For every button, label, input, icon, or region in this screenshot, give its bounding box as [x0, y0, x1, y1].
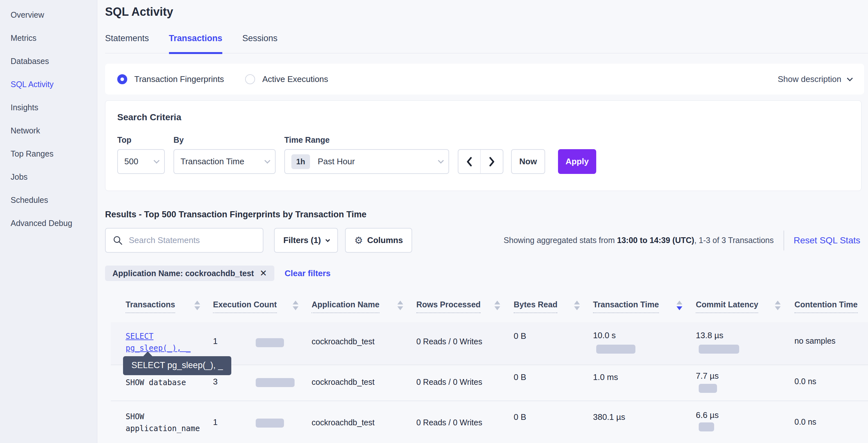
radio-option-active-executions[interactable]: Active Executions — [245, 74, 328, 84]
transaction-time-value: 10.0 s — [593, 330, 616, 341]
clear-filters-link[interactable]: Clear filters — [285, 268, 331, 278]
aggregated-stats-text: Showing aggregated stats from 13:00 to 1… — [504, 236, 774, 245]
next-time-button[interactable] — [480, 150, 503, 173]
by-field: By Transaction Time — [174, 135, 276, 174]
query-tooltip: SELECT pg_sleep(_), _ — [123, 356, 231, 375]
bytes-read-value: 0 B — [514, 372, 526, 382]
top-select-value: 500 — [124, 156, 138, 167]
show-description-toggle[interactable]: Show description — [778, 74, 852, 84]
page-title: SQL Activity — [105, 5, 868, 19]
search-criteria-title: Search Criteria — [117, 112, 849, 122]
sidebar-item-sql-activity[interactable]: SQL Activity — [0, 73, 97, 96]
sort-arrows-icon[interactable] — [397, 301, 403, 310]
active-filters-row: Application Name: cockroachdb_test ✕ Cle… — [105, 266, 868, 281]
previous-time-button[interactable] — [458, 150, 480, 173]
column-header-rows-processed[interactable]: Rows Processed — [416, 300, 480, 309]
application-name-value: cockroachdb_test — [312, 337, 375, 346]
by-select[interactable]: Transaction Time — [174, 149, 276, 174]
column-header-transaction-time[interactable]: Transaction Time — [593, 300, 659, 309]
table-row: SHOW application_name1cockroachdb_test0 … — [111, 401, 868, 443]
sort-up-icon — [775, 301, 781, 304]
sidebar-nav: OverviewMetricsDatabasesSQL ActivityInsi… — [0, 0, 97, 443]
column-header-application-name[interactable]: Application Name — [312, 300, 379, 309]
remove-filter-icon[interactable]: ✕ — [259, 268, 267, 278]
sidebar-item-schedules[interactable]: Schedules — [0, 188, 97, 211]
sort-arrows-icon[interactable] — [574, 301, 580, 310]
sidebar-item-databases[interactable]: Databases — [0, 50, 97, 73]
sort-down-icon — [494, 306, 500, 310]
contention-time-value: 0.0 ns — [795, 377, 816, 386]
column-header-execution-count[interactable]: Execution Count — [213, 300, 277, 309]
radio-selected-icon — [117, 74, 127, 84]
by-label: By — [174, 135, 276, 145]
apply-button[interactable]: Apply — [558, 149, 596, 174]
tab-sessions[interactable]: Sessions — [242, 33, 278, 53]
tab-statements[interactable]: Statements — [105, 33, 149, 53]
time-range-badge: 1h — [291, 154, 310, 169]
sidebar-item-top-ranges[interactable]: Top Ranges — [0, 142, 97, 165]
sidebar-item-overview[interactable]: Overview — [0, 3, 97, 26]
gear-icon: ⚙ — [354, 235, 363, 246]
sidebar-item-network[interactable]: Network — [0, 119, 97, 142]
show-description-label: Show description — [778, 74, 841, 84]
filters-button[interactable]: Filters (1) — [274, 228, 338, 253]
radio-option-transaction-fingerprints[interactable]: Transaction Fingerprints — [117, 74, 224, 84]
transaction-query-link[interactable]: SHOW application_name — [126, 411, 200, 435]
view-toggle-bar: Transaction FingerprintsActive Execution… — [105, 64, 864, 94]
reset-sql-stats-link[interactable]: Reset SQL Stats — [794, 235, 861, 246]
column-header-commit-latency[interactable]: Commit Latency — [696, 300, 758, 309]
sidebar-item-advanced-debug[interactable]: Advanced Debug — [0, 211, 97, 235]
commit-latency-bar — [699, 422, 714, 432]
tab-transactions[interactable]: Transactions — [169, 33, 223, 54]
chevron-down-icon — [154, 157, 159, 163]
columns-button[interactable]: ⚙ Columns — [345, 228, 412, 253]
column-header-label: Transactions — [126, 300, 175, 313]
main-content: SQL Activity StatementsTransactionsSessi… — [97, 5, 868, 443]
top-select[interactable]: 500 — [117, 149, 165, 174]
filter-chip-label: Application Name: cockroachdb_test — [113, 269, 254, 278]
transaction-time-value: 1.0 ms — [593, 372, 618, 382]
contention-time-value: 0.0 ns — [795, 417, 816, 426]
results-controls-row: Filters (1) ⚙ Columns Showing aggregated… — [105, 228, 860, 253]
sidebar-item-jobs[interactable]: Jobs — [0, 165, 97, 188]
table-body: SELECT pg_sleep(_), _1cockroachdb_test0 … — [111, 322, 868, 443]
execution-count-bar — [256, 378, 294, 387]
sidebar-item-metrics[interactable]: Metrics — [0, 26, 97, 50]
sort-up-icon — [574, 301, 580, 304]
chevron-right-icon — [488, 156, 495, 167]
sidebar-item-insights[interactable]: Insights — [0, 96, 97, 119]
transaction-query-link[interactable]: SELECT pg_sleep(_), _ — [126, 330, 190, 354]
execution-count-value: 3 — [213, 377, 217, 387]
execution-count-bar — [256, 419, 284, 427]
time-range-select[interactable]: 1h Past Hour — [284, 149, 449, 174]
application-name-value: cockroachdb_test — [312, 418, 375, 427]
chevron-down-icon — [265, 157, 270, 163]
vertical-divider — [783, 231, 784, 250]
bytes-read-value: 0 B — [514, 331, 526, 341]
execution-count-value: 1 — [213, 336, 217, 346]
sort-arrows-icon[interactable] — [293, 301, 299, 310]
sort-down-icon — [293, 306, 299, 310]
column-header-bytes-read[interactable]: Bytes Read — [514, 300, 557, 309]
search-statements-input[interactable] — [129, 235, 251, 245]
sort-arrows-icon[interactable] — [775, 301, 781, 310]
sort-down-icon — [397, 306, 403, 310]
commit-latency-value: 6.6 µs — [696, 410, 719, 420]
main-area: SQL Activity StatementsTransactionsSessi… — [97, 0, 868, 443]
filter-chip[interactable]: Application Name: cockroachdb_test ✕ — [105, 266, 274, 281]
column-header-contention-time[interactable]: Contention Time — [795, 300, 858, 309]
top-field: Top 500 — [117, 135, 165, 174]
radio-option-label: Transaction Fingerprints — [134, 74, 224, 84]
sort-arrows-icon[interactable] — [194, 301, 200, 310]
columns-button-label: Columns — [367, 235, 403, 245]
transaction-query-link[interactable]: SHOW database — [126, 377, 186, 389]
sort-arrows-icon[interactable] — [677, 301, 682, 310]
radio-option-label: Active Executions — [262, 74, 328, 84]
sort-arrows-icon[interactable] — [494, 301, 500, 310]
now-button[interactable]: Now — [511, 149, 545, 174]
search-statements-box — [105, 228, 264, 253]
column-header-transactions[interactable]: Transactions — [126, 300, 175, 309]
time-range-field: Time Range 1h Past Hour — [284, 135, 449, 174]
results-heading: Results - Top 500 Transaction Fingerprin… — [105, 210, 868, 219]
column-header-label: Contention Time — [795, 300, 858, 313]
